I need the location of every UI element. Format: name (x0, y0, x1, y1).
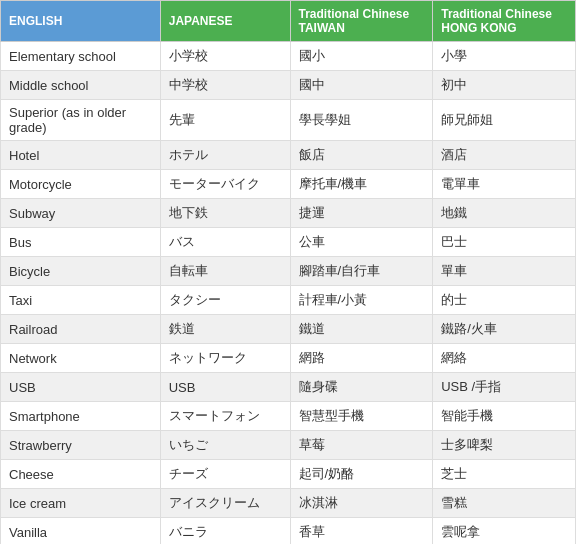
table-row: Networkネットワーク網路網絡 (1, 344, 576, 373)
cell-japanese: チーズ (160, 460, 290, 489)
table-row: Railroad鉄道鐵道鐵路/火車 (1, 315, 576, 344)
cell-english: Railroad (1, 315, 161, 344)
cell-japanese: ネットワーク (160, 344, 290, 373)
cell-tc_hk: 芝士 (433, 460, 576, 489)
cell-japanese: バニラ (160, 518, 290, 545)
cell-tc_hk: 小學 (433, 42, 576, 71)
cell-tc_hk: 巴士 (433, 228, 576, 257)
table-row: Strawberryいちご草莓士多啤梨 (1, 431, 576, 460)
cell-english: Strawberry (1, 431, 161, 460)
cell-tc_taiwan: 學長學姐 (290, 100, 433, 141)
cell-english: Subway (1, 199, 161, 228)
table-row: Middle school中学校國中初中 (1, 71, 576, 100)
cell-tc_hk: 師兄師姐 (433, 100, 576, 141)
table-row: Hotelホテル飯店酒店 (1, 141, 576, 170)
cell-tc_taiwan: 草莓 (290, 431, 433, 460)
cell-tc_hk: 地鐵 (433, 199, 576, 228)
cell-tc_taiwan: 起司/奶酪 (290, 460, 433, 489)
cell-japanese: 中学校 (160, 71, 290, 100)
table-row: Vanillaバニラ香草雲呢拿 (1, 518, 576, 545)
cell-japanese: モーターバイク (160, 170, 290, 199)
cell-japanese: 自転車 (160, 257, 290, 286)
cell-japanese: タクシー (160, 286, 290, 315)
cell-english: Middle school (1, 71, 161, 100)
cell-english: Bus (1, 228, 161, 257)
cell-tc_hk: 單車 (433, 257, 576, 286)
cell-tc_taiwan: 網路 (290, 344, 433, 373)
cell-english: Ice cream (1, 489, 161, 518)
table-row: Busバス公車巴士 (1, 228, 576, 257)
cell-english: Motorcycle (1, 170, 161, 199)
table-row: Taxiタクシー計程車/小黃的士 (1, 286, 576, 315)
cell-tc_taiwan: 計程車/小黃 (290, 286, 433, 315)
cell-tc_taiwan: 公車 (290, 228, 433, 257)
header-english: ENGLISH (1, 1, 161, 42)
cell-japanese: バス (160, 228, 290, 257)
table-row: Subway地下鉄捷運地鐵 (1, 199, 576, 228)
header-japanese: JAPANESE (160, 1, 290, 42)
cell-english: Cheese (1, 460, 161, 489)
cell-english: Superior (as in older grade) (1, 100, 161, 141)
cell-tc_taiwan: 國中 (290, 71, 433, 100)
table-row: Cheeseチーズ起司/奶酪芝士 (1, 460, 576, 489)
cell-english: Elementary school (1, 42, 161, 71)
cell-english: Network (1, 344, 161, 373)
cell-tc_taiwan: 冰淇淋 (290, 489, 433, 518)
cell-english: Hotel (1, 141, 161, 170)
header-tc-taiwan: Traditional ChineseTAIWAN (290, 1, 433, 42)
cell-japanese: 先輩 (160, 100, 290, 141)
cell-japanese: アイスクリーム (160, 489, 290, 518)
cell-english: Vanilla (1, 518, 161, 545)
table-row: Bicycle自転車腳踏車/自行車單車 (1, 257, 576, 286)
cell-english: Bicycle (1, 257, 161, 286)
cell-tc_taiwan: 智慧型手機 (290, 402, 433, 431)
table-row: Smartphoneスマートフォン智慧型手機智能手機 (1, 402, 576, 431)
cell-tc_hk: 酒店 (433, 141, 576, 170)
cell-tc_taiwan: 腳踏車/自行車 (290, 257, 433, 286)
cell-japanese: スマートフォン (160, 402, 290, 431)
cell-japanese: 地下鉄 (160, 199, 290, 228)
cell-tc_hk: 鐵路/火車 (433, 315, 576, 344)
cell-tc_hk: 電單車 (433, 170, 576, 199)
cell-tc_taiwan: 國小 (290, 42, 433, 71)
cell-tc_taiwan: 香草 (290, 518, 433, 545)
cell-japanese: 小学校 (160, 42, 290, 71)
header-tc-hk: Traditional ChineseHONG KONG (433, 1, 576, 42)
cell-tc_hk: 智能手機 (433, 402, 576, 431)
cell-tc_hk: 網絡 (433, 344, 576, 373)
comparison-table: ENGLISH JAPANESE Traditional ChineseTAIW… (0, 0, 576, 544)
cell-tc_hk: 初中 (433, 71, 576, 100)
table-row: Superior (as in older grade)先輩學長學姐師兄師姐 (1, 100, 576, 141)
cell-tc_hk: 雪糕 (433, 489, 576, 518)
table-row: Ice creamアイスクリーム冰淇淋雪糕 (1, 489, 576, 518)
cell-tc_taiwan: 捷運 (290, 199, 433, 228)
table-row: USBUSB隨身碟USB /手指 (1, 373, 576, 402)
cell-tc_hk: USB /手指 (433, 373, 576, 402)
table-row: Motorcycleモーターバイク摩托車/機車電單車 (1, 170, 576, 199)
cell-japanese: ホテル (160, 141, 290, 170)
cell-japanese: USB (160, 373, 290, 402)
table-row: Elementary school小学校國小小學 (1, 42, 576, 71)
cell-english: Smartphone (1, 402, 161, 431)
cell-tc_hk: 雲呢拿 (433, 518, 576, 545)
cell-english: Taxi (1, 286, 161, 315)
cell-tc_taiwan: 鐵道 (290, 315, 433, 344)
cell-tc_taiwan: 隨身碟 (290, 373, 433, 402)
cell-japanese: 鉄道 (160, 315, 290, 344)
cell-tc_hk: 士多啤梨 (433, 431, 576, 460)
cell-tc_taiwan: 摩托車/機車 (290, 170, 433, 199)
cell-japanese: いちご (160, 431, 290, 460)
cell-english: USB (1, 373, 161, 402)
cell-tc_taiwan: 飯店 (290, 141, 433, 170)
cell-tc_hk: 的士 (433, 286, 576, 315)
